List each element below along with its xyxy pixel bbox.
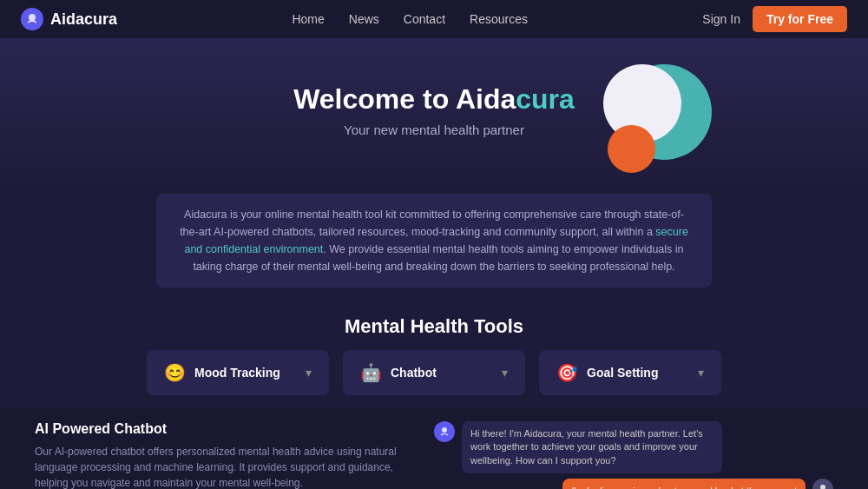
mood-tracking-icon: 😊 (164, 362, 186, 383)
svg-point-2 (820, 485, 825, 489)
nav-actions: Sign In Try for Free (702, 6, 847, 32)
chatbot-description: Our AI-powered chatbot offers personaliz… (35, 444, 399, 489)
chatbot-chevron: ▾ (502, 366, 508, 380)
tools-title: Mental Health Tools (35, 315, 833, 338)
nav-home[interactable]: Home (292, 12, 324, 26)
navbar: Aidacura Home News Contact Resources Sig… (0, 0, 868, 38)
nav-resources[interactable]: Resources (470, 12, 528, 26)
mood-tracking-chevron: ▾ (306, 366, 312, 380)
tool-card-left-chatbot: 🤖 Chatbot (360, 362, 437, 383)
hero-text: Welcome to Aidacura Your new mental heal… (293, 83, 575, 137)
tool-label-chatbot: Chatbot (391, 366, 437, 380)
brand-logo[interactable]: Aidacura (21, 8, 117, 30)
description-section: Aidacura is your online mental health to… (0, 182, 868, 300)
description-text-before: Aidacura is your online mental health to… (180, 208, 684, 238)
hero-title-accent: cura (516, 83, 575, 115)
chatbot-title: AI Powered Chatbot (35, 421, 399, 437)
goal-setting-icon: 🎯 (556, 362, 578, 383)
nav-news[interactable]: News (349, 12, 379, 26)
tools-section: Mental Health Tools 😊 Mood Tracking ▾ 🤖 … (0, 300, 868, 407)
hero-graphic (573, 64, 712, 182)
sign-in-button[interactable]: Sign In (702, 12, 740, 26)
chat-message-user-1: I'm feeling anxious about my workload at… (434, 479, 833, 489)
chatbot-section: AI Powered Chatbot Our AI-powered chatbo… (0, 407, 868, 489)
chat-bubble-user-1: I'm feeling anxious about my workload at… (562, 479, 806, 489)
hero-section: Welcome to Aidacura Your new mental heal… (0, 38, 868, 182)
svg-point-0 (29, 14, 36, 21)
tool-card-mood-tracking[interactable]: 😊 Mood Tracking ▾ (147, 350, 329, 395)
hero-subtitle: Your new mental health partner (293, 122, 575, 137)
ai-avatar-1 (434, 421, 455, 442)
user-avatar-1 (812, 479, 833, 489)
tool-card-left-goal: 🎯 Goal Setting (556, 362, 658, 383)
circle-orange (608, 125, 655, 173)
try-free-button[interactable]: Try for Free (753, 6, 847, 32)
chat-bubble-ai-1: Hi there! I'm Aidacura, your mental heal… (462, 421, 722, 473)
chat-message-ai-1: Hi there! I'm Aidacura, your mental heal… (434, 421, 833, 473)
brand-icon (21, 8, 43, 30)
tool-label-mood: Mood Tracking (194, 366, 280, 380)
goal-setting-chevron: ▾ (698, 366, 704, 380)
description-box: Aidacura is your online mental health to… (156, 194, 712, 287)
chatbot-info: AI Powered Chatbot Our AI-powered chatbo… (35, 421, 399, 489)
tool-card-chatbot[interactable]: 🤖 Chatbot ▾ (343, 350, 525, 395)
tool-card-left-mood: 😊 Mood Tracking (164, 362, 280, 383)
tool-label-goal: Goal Setting (587, 366, 658, 380)
nav-links: Home News Contact Resources (292, 12, 528, 26)
chatbot-icon: 🤖 (360, 362, 382, 383)
brand-name: Aidacura (50, 10, 117, 29)
nav-contact[interactable]: Contact (404, 12, 445, 26)
chatbot-demo: Hi there! I'm Aidacura, your mental heal… (434, 421, 833, 489)
tool-card-goal-setting[interactable]: 🎯 Goal Setting ▾ (539, 350, 721, 395)
svg-point-1 (442, 427, 447, 433)
hero-title: Welcome to Aidacura (293, 83, 575, 116)
tools-grid: 😊 Mood Tracking ▾ 🤖 Chatbot ▾ 🎯 Goal Set… (35, 350, 833, 395)
